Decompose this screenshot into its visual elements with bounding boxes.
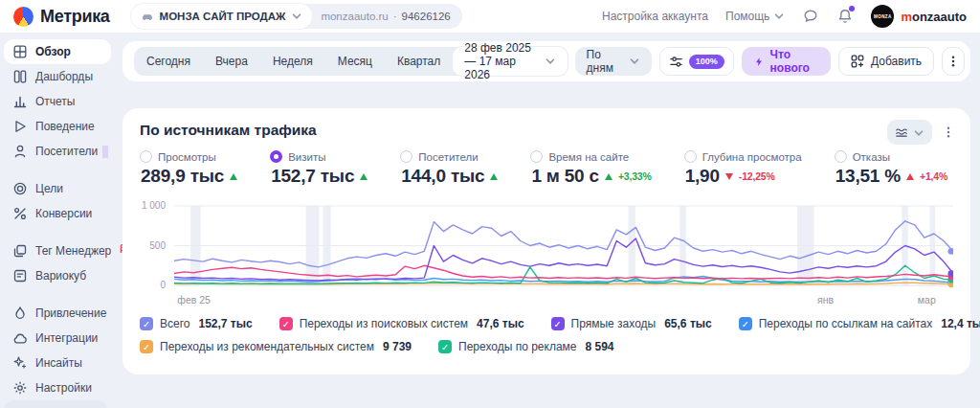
metric-delta: +1,4% xyxy=(920,170,947,182)
x-tick-label: фев 25 xyxy=(177,294,211,306)
chart-type-select[interactable] xyxy=(887,120,932,145)
metrika-logo-text: Метрика xyxy=(40,7,110,27)
counter-favicon-car-icon xyxy=(141,11,154,21)
sidebar-item-привлечение[interactable]: Привлечение xyxy=(4,301,111,326)
chat-icon[interactable] xyxy=(802,8,819,25)
legend-checkbox[interactable]: ✓ xyxy=(739,317,752,330)
metric-radio[interactable] xyxy=(835,150,847,163)
toolbar-kebab-menu[interactable] xyxy=(942,47,965,76)
account-settings-link[interactable]: Настройка аккаунта xyxy=(602,10,708,23)
legend-item-всего[interactable]: ✓Всего152,7 тыс xyxy=(140,317,253,330)
metric-value: 144,0 тыс xyxy=(400,166,498,187)
series-line xyxy=(174,265,953,279)
metric-label: Просмотры xyxy=(158,151,216,163)
legend-item-переходы-из-рекомендательных-систем[interactable]: ✓Переходы из рекомендательных систем9 73… xyxy=(140,340,412,353)
metric-просмотры[interactable]: Просмотры289,9 тыс xyxy=(140,150,237,187)
metric-radio[interactable] xyxy=(684,150,697,163)
counter-separator: · xyxy=(393,11,397,22)
sidebar-item-вариокуб[interactable]: Вариокуб xyxy=(4,263,111,288)
add-grid-icon xyxy=(851,55,864,68)
sidebar-item-конверсии[interactable]: Конверсии xyxy=(4,201,111,226)
trend-down-icon xyxy=(725,173,733,180)
sidebar-item-посетители[interactable]: Посетители xyxy=(4,139,111,164)
date-preset-месяц[interactable]: Месяц xyxy=(325,47,385,76)
sidebar-item-цели[interactable]: Цели xyxy=(4,176,111,201)
metric-radio[interactable] xyxy=(530,150,543,163)
sidebar-item-label: Интеграции xyxy=(35,331,98,345)
legend-checkbox[interactable]: ✓ xyxy=(438,340,452,353)
metric-radio[interactable] xyxy=(270,150,282,163)
top-header: Метрика МОНЗА САЙТ ПРОДАЖ monzaauto.ru ·… xyxy=(0,0,980,33)
sidebar-item-инсайты[interactable]: Инсайты xyxy=(4,351,111,375)
chart-legend: ✓Всего152,7 тыс✓Переходы из поисковых си… xyxy=(140,317,953,353)
trend-up-icon xyxy=(605,173,612,180)
notifications-bell-icon[interactable] xyxy=(836,8,854,25)
legend-label: Прямые заходы xyxy=(571,317,657,330)
metrika-app: Метрика МОНЗА САЙТ ПРОДАЖ monzaauto.ru ·… xyxy=(0,0,980,408)
traffic-sources-card: По источникам трафика Просмотры289,9 тыс… xyxy=(122,108,970,374)
legend-item-переходы-из-поисковых-систем[interactable]: ✓Переходы из поисковых систем47,6 тыс xyxy=(279,317,524,330)
sidebar-item-label: Отчеты xyxy=(35,95,75,108)
legend-row: ✓Переходы из рекомендательных систем9 73… xyxy=(140,340,953,353)
sliders-icon xyxy=(669,55,683,69)
sampling-badge: 100% xyxy=(689,55,724,69)
granularity-select[interactable]: По дням xyxy=(575,47,652,76)
counter-id: 94626126 xyxy=(402,11,451,22)
legend-item-прямые-заходы[interactable]: ✓Прямые заходы65,6 тыс xyxy=(551,317,712,330)
legend-value: 47,6 тыс xyxy=(477,317,524,330)
trend-up-icon xyxy=(906,173,914,180)
sidebar-item-отчеты[interactable]: Отчеты xyxy=(4,89,111,114)
whats-new-button[interactable]: Что нового xyxy=(742,47,831,76)
legend-checkbox[interactable]: ✓ xyxy=(140,340,153,353)
user-name: monzaauto xyxy=(901,10,967,24)
counter-selector[interactable]: МОНЗА САЙТ ПРОДАЖ xyxy=(131,4,313,29)
metric-radio[interactable] xyxy=(140,150,152,163)
sidebar-item-label: Инсайты xyxy=(35,356,82,370)
date-preset-вчера[interactable]: Вчера xyxy=(203,47,260,76)
sidebar-item-настройки[interactable]: Настройки xyxy=(4,375,111,400)
sidebar-item-обзор[interactable]: Обзор xyxy=(4,39,111,64)
card-kebab-menu[interactable] xyxy=(942,125,955,139)
legend-label: Всего xyxy=(160,317,189,330)
date-preset-квартал[interactable]: Квартал xyxy=(385,47,453,76)
trend-up-icon xyxy=(360,173,368,180)
sidebar-item-label: Посетители xyxy=(35,145,98,158)
card-controls xyxy=(887,120,955,145)
series-line xyxy=(174,221,953,267)
metric-label: Время на сайте xyxy=(548,151,629,163)
conversions-icon xyxy=(12,206,28,221)
sidebar-item-интеграции[interactable]: Интеграции xyxy=(4,326,111,351)
settings-icon xyxy=(12,380,28,396)
metric-посетители[interactable]: Посетители144,0 тыс xyxy=(400,150,498,187)
user-menu[interactable]: MONZA monzaauto xyxy=(871,5,967,28)
sidebar-item-дашборды[interactable]: Дашборды xyxy=(4,64,111,89)
sidebar-item-тег-менеджер[interactable]: Тег Менеджерβ xyxy=(4,238,111,263)
metric-визиты[interactable]: Визиты152,7 тыс xyxy=(270,150,368,187)
add-widget-button[interactable]: Добавить xyxy=(838,47,934,76)
legend-checkbox[interactable]: ✓ xyxy=(551,317,565,330)
sidebar-item-поведение[interactable]: Поведение xyxy=(4,114,111,139)
metric-radio[interactable] xyxy=(400,150,412,163)
metric-value: 13,51 %+1,4% xyxy=(835,166,947,187)
date-preset-group: СегодняВчераНеделяМесяцКвартал 28 фев 20… xyxy=(134,47,568,76)
metric-value: 289,9 тыс xyxy=(140,166,237,187)
metric-отказы[interactable]: Отказы13,51 %+1,4% xyxy=(835,150,947,187)
sidebar-item-label: Настройки xyxy=(35,381,92,395)
help-menu[interactable]: Помощь xyxy=(725,10,785,23)
date-preset-неделя[interactable]: Неделя xyxy=(260,47,325,76)
legend-item-переходы-по-ссылкам-на-сайтах[interactable]: ✓Переходы по ссылкам на сайтах12,4 тыс xyxy=(739,317,980,330)
metric-время-на-сайте[interactable]: Время на сайте1 м 50 с+3,33% xyxy=(530,150,651,187)
legend-checkbox[interactable]: ✓ xyxy=(279,317,293,330)
legend-item-переходы-по-рекламе[interactable]: ✓Переходы по рекламе8 594 xyxy=(438,340,614,353)
date-range-value: 28 фев 2025 — 17 мар 2026 xyxy=(464,41,537,81)
chart-plot[interactable]: фев 25янвмар xyxy=(174,202,953,290)
sampling-control[interactable]: 100% xyxy=(659,47,734,76)
metrika-logo[interactable]: Метрика xyxy=(13,7,110,27)
sidebar-item-label: Цели xyxy=(35,182,63,195)
metric-глубина-просмотра[interactable]: Глубина просмотра1,90-12,25% xyxy=(684,150,802,187)
date-range-picker[interactable]: 28 фев 2025 — 17 мар 2026 xyxy=(453,47,567,76)
date-preset-сегодня[interactable]: Сегодня xyxy=(134,47,203,76)
date-toolbar: СегодняВчераНеделяМесяцКвартал 28 фев 20… xyxy=(122,41,970,81)
legend-checkbox[interactable]: ✓ xyxy=(140,317,153,330)
counter-meta: monzaauto.ru · 94626126 xyxy=(321,11,450,22)
